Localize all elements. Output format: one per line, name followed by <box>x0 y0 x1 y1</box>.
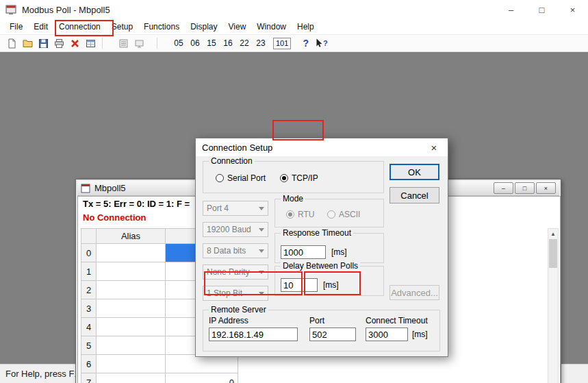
ip-address-input[interactable] <box>209 328 298 341</box>
alias-cell[interactable] <box>97 281 166 299</box>
func-16-button[interactable]: 16 <box>220 36 236 50</box>
func-15-button[interactable]: 15 <box>203 36 220 50</box>
func-06-button[interactable]: 06 <box>187 36 203 50</box>
connection-group: Connection Serial Port TCP/IP <box>203 161 384 193</box>
value-cell[interactable] <box>166 355 238 373</box>
window-title: Modbus Poll - Mbpoll5 <box>22 5 110 15</box>
poll-statistics-text: Tx = 5: Err = 0: ID = 1: F = <box>83 199 190 209</box>
connect-timeout-input[interactable] <box>366 328 408 341</box>
combo-value: 19200 Baud <box>207 225 251 234</box>
child-minimize-button[interactable]: – <box>494 182 513 194</box>
app-icon-glyph <box>5 4 16 15</box>
row-header: 3 <box>81 299 97 318</box>
stop-bits-combo: 1 Stop Bit <box>203 286 268 301</box>
delay-label: Delay Between Polls <box>281 262 360 270</box>
port-input[interactable] <box>309 328 356 341</box>
menu-edit[interactable]: Edit <box>28 20 53 34</box>
arrow-cursor-icon <box>316 38 322 48</box>
chevron-down-icon <box>259 249 264 256</box>
alias-cell[interactable] <box>97 336 166 355</box>
ip-address-label: IP Address <box>209 316 248 325</box>
minimize-button[interactable]: – <box>496 0 526 19</box>
save-button[interactable] <box>36 36 51 51</box>
maximize-button[interactable]: □ <box>526 0 557 19</box>
close-button[interactable]: × <box>557 0 588 19</box>
poll-definition-button[interactable] <box>116 36 131 51</box>
connection-setup-dialog: Connection Setup × Connection Serial Por… <box>195 138 448 357</box>
row-header: 7 <box>81 373 97 383</box>
grid-header-alias[interactable]: Alias <box>97 229 166 244</box>
ok-button[interactable]: OK <box>389 164 439 180</box>
menu-setup[interactable]: Setup <box>106 20 138 34</box>
value-cell[interactable]: 0 <box>166 373 238 383</box>
data-bits-combo: 8 Data bits <box>203 243 268 258</box>
delay-input[interactable] <box>281 278 318 292</box>
alias-cell[interactable] <box>97 262 166 281</box>
menu-connection[interactable]: Connection <box>53 20 106 34</box>
print-button[interactable] <box>51 36 67 51</box>
format-101-button[interactable]: 101 <box>273 38 291 49</box>
alias-cell[interactable] <box>97 244 166 262</box>
child-close-button[interactable]: × <box>536 182 556 194</box>
ms-unit-label: [ms] <box>331 247 347 257</box>
combo-value: 8 Data bits <box>207 246 246 256</box>
menu-file[interactable]: File <box>4 20 28 34</box>
dialog-title-bar: Connection Setup × <box>196 138 448 156</box>
printer-icon <box>54 38 64 49</box>
response-timeout-input[interactable] <box>281 245 326 259</box>
row-header: 5 <box>81 336 97 355</box>
grid-row-6: 6 <box>81 355 238 373</box>
mode-group-label: Mode <box>281 195 305 203</box>
func-22-button[interactable]: 22 <box>236 36 253 50</box>
vertical-scrollbar[interactable]: ▲ ▼ <box>548 228 559 383</box>
response-timeout-group: Response Timeout [ms] <box>274 233 384 263</box>
serial-port-radio[interactable]: Serial Port <box>216 173 266 183</box>
func-23-button[interactable]: 23 <box>253 36 269 50</box>
modbus-poll-app: Modbus Poll - Mbpoll5 – □ × File Edit Co… <box>0 0 588 383</box>
poll-window-button[interactable] <box>83 36 99 51</box>
func-05-button[interactable]: 05 <box>170 36 187 50</box>
dialog-close-button[interactable]: × <box>420 138 448 156</box>
ms-unit-label: [ms] <box>412 330 428 339</box>
child-window-title: Mbpoll5 <box>94 183 126 193</box>
alias-cell[interactable] <box>97 373 166 383</box>
ascii-radio: ASCII <box>327 210 360 219</box>
parity-combo: None Parity <box>203 264 268 280</box>
radio-unselected-disabled-icon <box>327 210 335 219</box>
new-file-button[interactable] <box>4 36 20 51</box>
communication-log-button[interactable] <box>131 36 147 51</box>
child-maximize-button[interactable]: □ <box>515 182 535 194</box>
tcpip-radio[interactable]: TCP/IP <box>280 173 318 183</box>
disconnect-button[interactable] <box>67 36 83 51</box>
scrollbar-thumb[interactable] <box>549 239 557 268</box>
menu-view[interactable]: View <box>223 20 252 34</box>
menu-display[interactable]: Display <box>185 20 222 34</box>
alias-cell[interactable] <box>97 318 166 336</box>
menu-window[interactable]: Window <box>251 20 292 34</box>
window-controls: – □ × <box>496 0 588 19</box>
menu-functions[interactable]: Functions <box>138 20 185 34</box>
grid-row-7: 7 0 <box>81 373 238 383</box>
question-mark-icon: ? <box>323 39 328 47</box>
alias-cell[interactable] <box>97 355 166 373</box>
document-icon <box>81 184 90 193</box>
help-button[interactable]: ? <box>298 36 314 51</box>
list-icon <box>118 38 129 49</box>
mdi-workspace: Mbpoll5 – □ × Tx = 5: Err = 0: ID = 1: F… <box>0 52 588 364</box>
open-file-button[interactable] <box>20 36 36 51</box>
open-folder-icon <box>23 38 33 49</box>
scroll-up-button[interactable]: ▲ <box>548 229 558 239</box>
combo-value: Port 4 <box>207 203 229 213</box>
new-document-icon <box>7 38 17 49</box>
menu-help[interactable]: Help <box>292 20 320 34</box>
cancel-button[interactable]: Cancel <box>389 187 439 203</box>
menu-bar: File Edit Connection Setup Functions Dis… <box>0 19 588 34</box>
toolbar-separator <box>157 38 157 49</box>
delay-between-polls-group: Delay Between Polls [ms] <box>274 266 384 296</box>
ascii-label: ASCII <box>339 210 360 219</box>
alias-cell[interactable] <box>97 299 166 318</box>
response-timeout-label: Response Timeout <box>281 229 353 237</box>
context-help-button[interactable]: ? <box>314 36 329 51</box>
radio-unselected-icon <box>216 174 224 182</box>
baud-rate-combo: 19200 Baud <box>203 222 268 237</box>
